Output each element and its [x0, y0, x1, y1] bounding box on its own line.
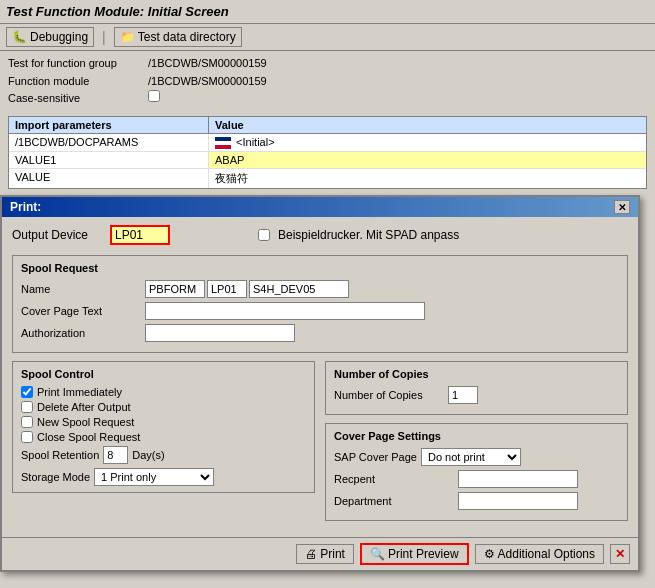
right-col: Number of Copies Number of Copies Cover … — [325, 361, 628, 529]
copies-input[interactable] — [448, 386, 478, 404]
toolbar-separator: | — [102, 29, 106, 45]
test-group-value: /1BCDWB/SM00000159 — [148, 55, 267, 73]
authorization-input[interactable] — [145, 324, 295, 342]
spool-control-col: Spool Control Print Immediately Delete A… — [12, 361, 315, 529]
recipient-row: Recpent — [334, 470, 619, 488]
table-row: VALUE1 ABAP — [9, 152, 646, 169]
storage-mode-select[interactable]: 1 Print only 2 Store only 3 Print and st… — [94, 468, 214, 486]
dialog-body: Output Device Beispieldrucker. Mit SPAD … — [2, 217, 638, 537]
debugging-button[interactable]: 🐛 Debugging — [6, 27, 94, 47]
spool-name-label: Name — [21, 283, 141, 295]
department-label: Department — [334, 495, 454, 507]
info-row-3: Case-sensitive — [8, 90, 647, 108]
params-table: Import parameters Value /1BCDWB/DOCPARAM… — [8, 116, 647, 189]
sap-cover-select[interactable]: Do not print Print Print all — [421, 448, 521, 466]
main-window: Test Function Module: Initial Screen 🐛 D… — [0, 0, 655, 189]
title-bar: Test Function Module: Initial Screen — [0, 0, 655, 24]
authorization-row: Authorization — [21, 324, 619, 342]
printer-icon: 🖨 — [305, 547, 317, 561]
new-spool-request-checkbox[interactable] — [21, 416, 33, 428]
recipient-label: Recpent — [334, 473, 454, 485]
cover-page-text-label: Cover Page Text — [21, 305, 141, 317]
print-immediately-checkbox[interactable] — [21, 386, 33, 398]
toolbar: 🐛 Debugging | 📁 Test data directory — [0, 24, 655, 51]
sap-cover-row: SAP Cover Page Do not print Print Print … — [334, 448, 619, 466]
function-module-label: Function module — [8, 73, 128, 91]
test-data-button[interactable]: 📁 Test data directory — [114, 27, 242, 47]
beispiel-label: Beispieldrucker. Mit SPAD anpass — [278, 228, 459, 242]
recipient-input[interactable] — [458, 470, 578, 488]
number-of-copies-section: Number of Copies Number of Copies — [325, 361, 628, 415]
cover-page-text-row: Cover Page Text — [21, 302, 619, 320]
spool-retention-label: Spool Retention — [21, 449, 99, 461]
delete-after-output-row: Delete After Output — [21, 401, 306, 413]
param-name-1: /1BCDWB/DOCPARAMS — [9, 134, 209, 151]
value-header: Value — [209, 117, 646, 133]
spool-retention-input[interactable] — [103, 446, 128, 464]
table-row: /1BCDWB/DOCPARAMS <Initial> — [9, 134, 646, 152]
spool-name-fields — [145, 280, 349, 298]
spool-request-section: Spool Request Name Cover Page Text Autho… — [12, 255, 628, 353]
name-field-1[interactable] — [145, 280, 205, 298]
spool-request-title: Spool Request — [21, 262, 619, 274]
department-row: Department — [334, 492, 619, 510]
new-spool-request-row: New Spool Request — [21, 416, 306, 428]
case-sensitive-label: Case-sensitive — [8, 90, 128, 108]
bug-icon: 🐛 — [12, 30, 27, 44]
folder-icon: 📁 — [120, 30, 135, 44]
output-device-row: Output Device Beispieldrucker. Mit SPAD … — [12, 225, 628, 245]
copies-label: Number of Copies — [334, 389, 444, 401]
param-value-3: 夜猫符 — [209, 169, 646, 188]
copies-row: Number of Copies — [334, 386, 619, 404]
authorization-label: Authorization — [21, 327, 141, 339]
spool-name-row: Name — [21, 280, 619, 298]
options-icon: ⚙ — [484, 547, 495, 561]
print-dialog: Print: ✕ Output Device Beispieldrucker. … — [0, 195, 640, 572]
cover-page-text-input[interactable] — [145, 302, 425, 320]
close-spool-request-checkbox[interactable] — [21, 431, 33, 443]
param-name-3: VALUE — [9, 169, 209, 188]
spool-control-title: Spool Control — [21, 368, 306, 380]
params-header: Import parameters Value — [9, 117, 646, 134]
test-group-label: Test for function group — [8, 55, 128, 73]
table-row: VALUE 夜猫符 — [9, 169, 646, 188]
name-field-3[interactable] — [249, 280, 349, 298]
import-params-header: Import parameters — [9, 117, 209, 133]
cover-page-section: Cover Page Settings SAP Cover Page Do no… — [325, 423, 628, 521]
dialog-footer: 🖨 Print 🔍 Print Preview ⚙ Additional Opt… — [2, 537, 638, 570]
dialog-title-text: Print: — [10, 200, 41, 214]
print-preview-button[interactable]: 🔍 Print Preview — [360, 543, 469, 565]
case-sensitive-checkbox[interactable] — [148, 90, 160, 102]
print-immediately-row: Print Immediately — [21, 386, 306, 398]
new-spool-request-label: New Spool Request — [37, 416, 134, 428]
print-immediately-label: Print Immediately — [37, 386, 122, 398]
param-name-2: VALUE1 — [9, 152, 209, 168]
storage-mode-label: Storage Mode — [21, 471, 90, 483]
close-spool-request-row: Close Spool Request — [21, 431, 306, 443]
delete-after-output-label: Delete After Output — [37, 401, 131, 413]
close-spool-request-label: Close Spool Request — [37, 431, 140, 443]
flag-icon — [215, 137, 231, 149]
spool-retention-unit: Day(s) — [132, 449, 164, 461]
lower-section: Spool Control Print Immediately Delete A… — [12, 361, 628, 529]
cover-page-title: Cover Page Settings — [334, 430, 619, 442]
info-row-1: Test for function group /1BCDWB/SM000001… — [8, 55, 647, 73]
number-of-copies-title: Number of Copies — [334, 368, 619, 380]
delete-after-output-checkbox[interactable] — [21, 401, 33, 413]
department-input[interactable] — [458, 492, 578, 510]
name-field-2[interactable] — [207, 280, 247, 298]
output-device-input[interactable] — [110, 225, 170, 245]
additional-options-button[interactable]: ⚙ Additional Options — [475, 544, 604, 564]
dialog-close-button[interactable]: ✕ — [614, 200, 630, 214]
window-title: Test Function Module: Initial Screen — [6, 4, 229, 19]
info-section: Test for function group /1BCDWB/SM000001… — [0, 51, 655, 112]
preview-icon: 🔍 — [370, 547, 385, 561]
sap-cover-label: SAP Cover Page — [334, 451, 417, 463]
output-device-label: Output Device — [12, 228, 102, 242]
print-button[interactable]: 🖨 Print — [296, 544, 354, 564]
footer-close-button[interactable]: ✕ — [610, 544, 630, 564]
spool-control-section: Spool Control Print Immediately Delete A… — [12, 361, 315, 493]
storage-mode-row: Storage Mode 1 Print only 2 Store only 3… — [21, 468, 306, 486]
dialog-title-bar: Print: ✕ — [2, 197, 638, 217]
beispiel-checkbox[interactable] — [258, 229, 270, 241]
